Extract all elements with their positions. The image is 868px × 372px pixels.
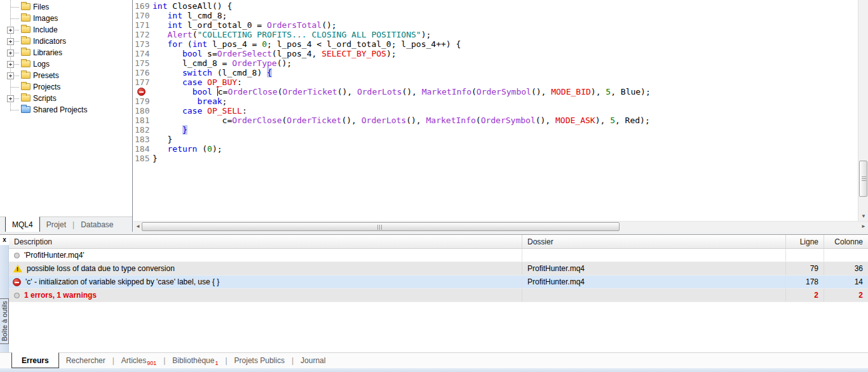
code-token: int — [193, 39, 207, 49]
tree-item-label: Shared Projects — [33, 105, 87, 114]
code-token — [153, 87, 193, 96]
expand-plus-icon[interactable]: + — [7, 95, 14, 102]
code-token: l_cmd_8; — [182, 11, 227, 20]
dossier-cell — [522, 289, 786, 302]
code-token — [153, 106, 182, 116]
close-icon[interactable]: x — [0, 236, 9, 245]
scroll-right-button[interactable]: ► — [860, 224, 867, 229]
line-number-gutter: 169 — [133, 1, 153, 11]
code-token: OrderLots — [362, 116, 406, 125]
code-text: case OP_SELL: — [153, 106, 858, 116]
folder-yellow-icon — [21, 60, 31, 67]
toolbox-tab-erreurs[interactable]: Erreurs — [11, 352, 59, 368]
tree-item-images[interactable]: Images — [0, 13, 132, 24]
column-header-colonne[interactable]: Colonne — [824, 235, 868, 248]
errors-row-3[interactable]: 1 errors, 1 warnings22 — [9, 289, 868, 302]
line-number-gutter: 176 — [133, 68, 153, 77]
expand-plus-icon[interactable]: + — [7, 72, 14, 79]
code-token: ( — [471, 87, 477, 96]
ligne-cell — [786, 249, 824, 262]
tree-item-libraries[interactable]: +Libraries — [0, 47, 132, 58]
nav-tab-mql4[interactable]: MQL4 — [5, 216, 40, 234]
expand-plus-icon[interactable]: + — [7, 61, 14, 68]
errors-grid-rows: 'ProfitHunter.mq4'possible loss of data … — [9, 249, 868, 302]
tree-item-projects[interactable]: Projects — [0, 81, 132, 93]
error-marker-icon — [137, 88, 146, 96]
code-token: ); — [421, 30, 431, 39]
toolbox-panel: x Boîte à outils DescriptionDossierLigne… — [0, 234, 868, 372]
tree-item-indicators[interactable]: +Indicators — [0, 36, 132, 47]
code-token: } — [182, 125, 187, 135]
code-line: 183 } — [133, 135, 858, 144]
horizontal-scrollbar-thumb[interactable] — [142, 222, 620, 231]
code-token: OP_SELL — [207, 106, 242, 116]
line-number-gutter: 185 — [133, 154, 153, 163]
code-token: 5 — [606, 87, 611, 96]
line-number-gutter — [133, 87, 153, 96]
tree-item-scripts[interactable]: +Scripts — [0, 93, 132, 104]
tree-item-presets[interactable]: +Presets — [0, 70, 132, 81]
code-token: switch — [182, 68, 212, 77]
toolbox-tab-biblioth-que[interactable]: Bibliothèque1 — [165, 353, 225, 368]
editor-vertical-scrollbar[interactable]: ▼ — [858, 0, 868, 221]
tree-item-include[interactable]: +Include — [0, 24, 132, 36]
toolbox-tab-articles[interactable]: Articles901 — [114, 353, 163, 368]
code-token: } — [153, 154, 158, 163]
code-token: 0 — [207, 144, 212, 154]
code-token: (); — [322, 20, 336, 30]
tree-item-shared-projects[interactable]: Shared Projects — [0, 104, 132, 116]
expand-plus-icon[interactable]: + — [7, 27, 14, 34]
code-line: 184 return (0); — [133, 144, 858, 154]
scroll-left-button[interactable]: ◄ — [135, 224, 141, 229]
toolbox-tab-label: Erreurs — [22, 356, 49, 365]
tree-item-label: Scripts — [33, 94, 57, 103]
code-token: MarketInfo — [422, 87, 471, 96]
code-token: OrderClose — [232, 116, 281, 125]
toolbox-tab-label: Rechercher — [66, 356, 105, 365]
code-text: } — [153, 135, 858, 144]
code-token: l_pos_4 = — [207, 39, 262, 49]
scroll-down-button[interactable]: ▼ — [858, 214, 868, 219]
toolbox-side-tab[interactable]: Boîte à outils — [0, 298, 9, 344]
colonne-cell — [824, 249, 868, 262]
code-line: 173 for (int l_pos_4 = 0; l_pos_4 < l_or… — [133, 39, 858, 49]
ligne-cell: 79 — [786, 262, 824, 275]
errors-row-1[interactable]: possible loss of data due to type conver… — [9, 262, 868, 276]
tree-item-logs[interactable]: +Logs — [0, 58, 132, 70]
colonne-cell: 36 — [824, 262, 868, 275]
tree-item-files[interactable]: Files — [0, 1, 132, 13]
expand-plus-icon[interactable]: + — [7, 50, 14, 56]
code-token: OrderTicket — [283, 87, 337, 96]
code-token: break — [197, 96, 222, 106]
expand-plus-icon[interactable]: + — [7, 38, 14, 45]
code-token: for — [167, 39, 182, 49]
code-line: 175 l_cmd_8 = OrderType(); — [133, 58, 858, 68]
code-editor[interactable]: 169int CloseAll() {170 int l_cmd_8;171 i… — [133, 0, 858, 221]
dossier-cell: ProfitHunter.mq4 — [522, 262, 786, 275]
description-cell: 'ProfitHunter.mq4' — [9, 249, 522, 262]
code-token: c= — [218, 87, 228, 96]
column-header-dossier[interactable]: Dossier — [522, 235, 786, 248]
code-line: 181 c=OrderClose(OrderTicket(), OrderLot… — [133, 116, 858, 125]
code-token: : — [242, 106, 247, 116]
code-line: 185} — [133, 154, 858, 163]
errors-row-2[interactable]: 'c' - initialization of variable skipped… — [9, 276, 868, 289]
code-token: : — [237, 77, 242, 87]
column-header-description[interactable]: Description — [9, 235, 522, 248]
toolbox-tab-projets-publics[interactable]: Projets Publics — [227, 353, 292, 368]
dossier-cell — [522, 249, 786, 262]
toolbox-tab-rechercher[interactable]: Rechercher — [59, 353, 112, 368]
toolbox-tab-journal[interactable]: Journal — [294, 353, 332, 368]
column-header-ligne[interactable]: Ligne — [786, 235, 824, 248]
code-line: 169int CloseAll() { — [133, 1, 858, 11]
code-token: (), — [531, 87, 551, 96]
vertical-scrollbar-thumb[interactable] — [859, 161, 867, 197]
code-line: 172 Alert("COLLECTING PROFITS... CLOSING… — [133, 30, 858, 39]
colonne-cell: 14 — [824, 276, 868, 288]
code-token: ( — [197, 144, 207, 154]
editor-horizontal-scrollbar[interactable]: ◄ ► — [133, 221, 868, 232]
errors-row-0[interactable]: 'ProfitHunter.mq4' — [9, 249, 868, 262]
code-token: ), — [591, 87, 606, 96]
code-token: { — [267, 68, 272, 77]
code-token: MODE_ASK — [555, 116, 595, 125]
